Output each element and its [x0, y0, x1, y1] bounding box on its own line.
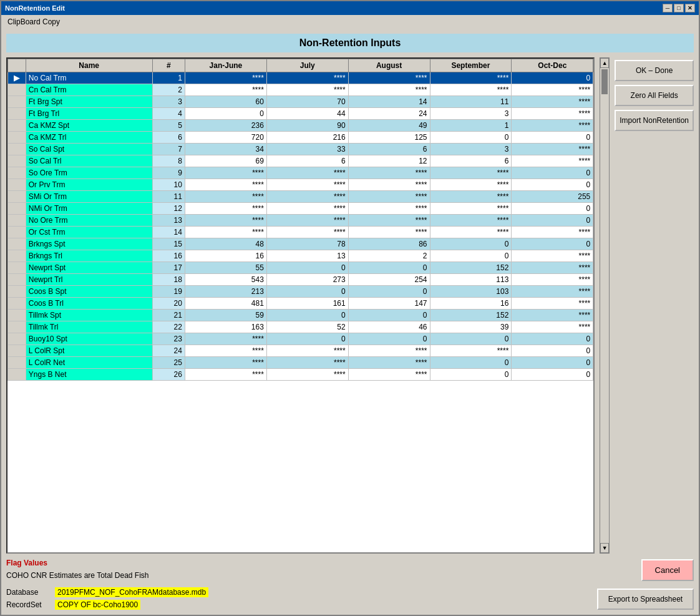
row-september-cell[interactable]: ****	[430, 227, 512, 238]
row-september-cell[interactable]: 39	[430, 321, 512, 333]
row-august-cell[interactable]: 254	[348, 274, 430, 286]
row-september-cell[interactable]: 0	[430, 357, 512, 369]
table-row[interactable]: Ft Brg Trl4044243****	[8, 108, 593, 120]
table-row[interactable]: Coos B Trl2048116114716****	[8, 298, 593, 310]
row-jan-june-cell[interactable]: 48	[185, 238, 266, 250]
row-july-cell[interactable]: 13	[266, 250, 348, 262]
row-july-cell[interactable]: ****	[266, 167, 348, 179]
row-august-cell[interactable]: 46	[348, 321, 430, 333]
row-oct-dec-cell[interactable]: 0	[512, 203, 593, 215]
row-july-cell[interactable]: ****	[266, 84, 348, 96]
row-oct-dec-cell[interactable]: 0	[512, 167, 593, 179]
row-july-cell[interactable]: 52	[266, 321, 348, 333]
row-jan-june-cell[interactable]: ****	[185, 179, 266, 191]
row-oct-dec-cell[interactable]: 0	[512, 357, 593, 369]
row-september-cell[interactable]: 152	[430, 262, 512, 274]
row-september-cell[interactable]: 103	[430, 286, 512, 298]
row-august-cell[interactable]: 24	[348, 108, 430, 120]
row-jan-june-cell[interactable]: 213	[185, 286, 266, 298]
row-july-cell[interactable]: ****	[266, 345, 348, 357]
row-oct-dec-cell[interactable]: ****	[512, 108, 593, 120]
close-button[interactable]: ✕	[685, 4, 695, 12]
row-july-cell[interactable]: ****	[266, 179, 348, 191]
table-row[interactable]: SMi Or Trm11****************255	[8, 191, 593, 203]
row-september-cell[interactable]: 16	[430, 298, 512, 310]
row-july-cell[interactable]: ****	[266, 357, 348, 369]
table-row[interactable]: Or Prv Trm10****************0	[8, 179, 593, 191]
row-september-cell[interactable]: 3	[430, 108, 512, 120]
row-jan-june-cell[interactable]: 55	[185, 262, 266, 274]
row-oct-dec-cell[interactable]: 255	[512, 191, 593, 203]
row-july-cell[interactable]: ****	[266, 369, 348, 381]
row-july-cell[interactable]: 78	[266, 238, 348, 250]
row-july-cell[interactable]: 44	[266, 108, 348, 120]
row-oct-dec-cell[interactable]: 0	[512, 369, 593, 381]
row-jan-june-cell[interactable]: ****	[185, 333, 266, 345]
row-jan-june-cell[interactable]: ****	[185, 167, 266, 179]
row-oct-dec-cell[interactable]: ****	[512, 84, 593, 96]
table-row[interactable]: Newprt Trl18543273254113****	[8, 274, 593, 286]
row-jan-june-cell[interactable]: ****	[185, 345, 266, 357]
row-september-cell[interactable]: ****	[430, 215, 512, 227]
row-september-cell[interactable]: ****	[430, 72, 512, 84]
row-jan-june-cell[interactable]: ****	[185, 84, 266, 96]
row-oct-dec-cell[interactable]: 0	[512, 345, 593, 357]
row-july-cell[interactable]: ****	[266, 227, 348, 238]
table-scroll[interactable]: Name # Jan-June July August September Oc…	[7, 59, 593, 552]
row-oct-dec-cell[interactable]: ****	[512, 262, 593, 274]
maximize-button[interactable]: □	[674, 4, 684, 12]
row-oct-dec-cell[interactable]: ****	[512, 321, 593, 333]
row-september-cell[interactable]: ****	[430, 203, 512, 215]
row-oct-dec-cell[interactable]: ****	[512, 298, 593, 310]
row-august-cell[interactable]: 2	[348, 250, 430, 262]
row-jan-june-cell[interactable]: 59	[185, 310, 266, 321]
cancel-button[interactable]: Cancel	[641, 559, 694, 581]
row-september-cell[interactable]: ****	[430, 345, 512, 357]
row-august-cell[interactable]: ****	[348, 84, 430, 96]
table-row[interactable]: So Cal Spt7343363****	[8, 144, 593, 155]
table-row[interactable]: Ca KMZ Trl672021612500	[8, 132, 593, 144]
row-september-cell[interactable]: 1	[430, 120, 512, 132]
table-row[interactable]: ▶No Cal Trm1****************0	[8, 72, 593, 84]
row-august-cell[interactable]: ****	[348, 345, 430, 357]
row-oct-dec-cell[interactable]: 0	[512, 179, 593, 191]
row-august-cell[interactable]: ****	[348, 369, 430, 381]
table-row[interactable]: Ca KMZ Spt523690491****	[8, 120, 593, 132]
row-august-cell[interactable]: 6	[348, 144, 430, 155]
row-jan-june-cell[interactable]: 34	[185, 144, 266, 155]
scroll-thumb[interactable]	[601, 69, 608, 94]
table-row[interactable]: Brkngs Spt1548788600	[8, 238, 593, 250]
row-oct-dec-cell[interactable]: ****	[512, 274, 593, 286]
row-jan-june-cell[interactable]: ****	[185, 72, 266, 84]
row-jan-june-cell[interactable]: ****	[185, 215, 266, 227]
row-september-cell[interactable]: 0	[430, 132, 512, 144]
row-august-cell[interactable]: ****	[348, 179, 430, 191]
row-august-cell[interactable]: ****	[348, 357, 430, 369]
row-july-cell[interactable]: 70	[266, 96, 348, 108]
row-september-cell[interactable]: ****	[430, 179, 512, 191]
table-row[interactable]: Buoy10 Spt23****0000	[8, 333, 593, 345]
row-oct-dec-cell[interactable]: ****	[512, 227, 593, 238]
row-july-cell[interactable]: ****	[266, 191, 348, 203]
table-row[interactable]: L ColR Spt24****************0	[8, 345, 593, 357]
scroll-down-arrow[interactable]: ▼	[600, 543, 609, 553]
row-august-cell[interactable]: 147	[348, 298, 430, 310]
row-oct-dec-cell[interactable]: ****	[512, 120, 593, 132]
row-jan-june-cell[interactable]: 481	[185, 298, 266, 310]
row-july-cell[interactable]: 6	[266, 155, 348, 167]
row-august-cell[interactable]: 125	[348, 132, 430, 144]
row-jan-june-cell[interactable]: ****	[185, 369, 266, 381]
row-august-cell[interactable]: 49	[348, 120, 430, 132]
row-jan-june-cell[interactable]: ****	[185, 357, 266, 369]
row-august-cell[interactable]: 14	[348, 96, 430, 108]
row-july-cell[interactable]: 0	[266, 262, 348, 274]
table-row[interactable]: Newprt Spt175500152****	[8, 262, 593, 274]
table-row[interactable]: NMi Or Trm12****************0	[8, 203, 593, 215]
ok-done-button[interactable]: OK – Done	[615, 60, 694, 81]
row-july-cell[interactable]: 216	[266, 132, 348, 144]
row-oct-dec-cell[interactable]: 0	[512, 132, 593, 144]
row-september-cell[interactable]: 11	[430, 96, 512, 108]
row-jan-june-cell[interactable]: ****	[185, 227, 266, 238]
scrollbar[interactable]: ▲ ▼	[600, 57, 610, 554]
row-july-cell[interactable]: 0	[266, 310, 348, 321]
